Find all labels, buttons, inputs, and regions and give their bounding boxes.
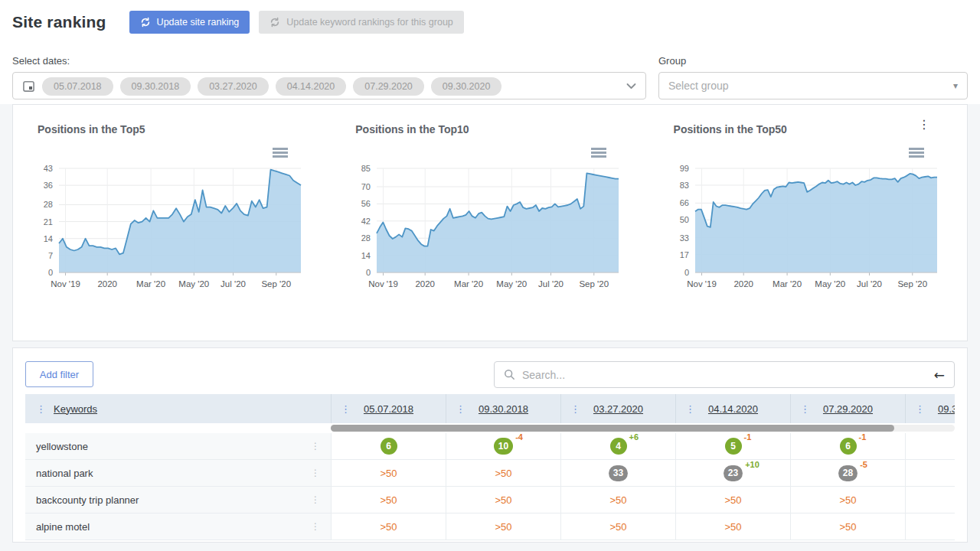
rank-change: +6	[629, 432, 639, 442]
column-label[interactable]: Keywords	[54, 403, 97, 415]
column-menu-icon[interactable]: ⋮	[570, 404, 580, 414]
svg-text:14: 14	[44, 233, 53, 243]
select-dates-label: Select dates:	[12, 55, 646, 67]
chart-plot: 0142842567085Nov '192020Mar '20May '20Ju…	[341, 161, 636, 297]
svg-text:28: 28	[361, 233, 371, 243]
rank-value: 23	[724, 465, 743, 481]
column-menu-icon[interactable]: ⋮	[685, 404, 695, 414]
rank-cell	[905, 487, 955, 513]
keywords-table: ⋮Keywords⋮05.07.2018⋮09.30.2018⋮03.27.20…	[25, 394, 955, 540]
svg-text:May '20: May '20	[815, 279, 845, 289]
rank-badge: 10-4	[494, 438, 513, 455]
rank-cell: >50	[675, 487, 790, 513]
rank-value: 10	[494, 438, 513, 455]
column-menu-icon[interactable]: ⋮	[341, 404, 351, 414]
rank-cell: >50	[331, 460, 446, 486]
horizontal-scrollbar	[25, 423, 955, 433]
row-menu-icon[interactable]: ⋮	[311, 521, 320, 532]
dates-select-input[interactable]: 05.07.201809.30.201803.27.202004.14.2020…	[12, 72, 646, 99]
column-label[interactable]: 07.29.2020	[823, 403, 873, 415]
column-menu-icon[interactable]: ⋮	[36, 404, 46, 414]
table-row: backcounty trip planner⋮>50>50>50>50>50	[25, 487, 955, 514]
add-filter-button[interactable]: Add filter	[25, 361, 93, 387]
rank-badge: 28-5	[838, 465, 858, 481]
rank-change: -5	[860, 460, 867, 469]
column-header-date: ⋮05.07.2018	[331, 394, 446, 423]
chart-export-menu-icon[interactable]	[273, 148, 288, 158]
column-menu-icon[interactable]: ⋮	[456, 404, 466, 414]
svg-text:Nov '19: Nov '19	[687, 279, 717, 289]
rank-badge: 6-1	[840, 438, 857, 455]
rank-badge: 33	[609, 465, 628, 481]
column-label[interactable]: 03.27.2020	[593, 403, 643, 415]
update-keyword-rankings-button: Update keyword rankings for this group	[259, 11, 463, 34]
chart-export-menu-icon[interactable]	[909, 148, 924, 158]
column-label[interactable]: 04.14.2020	[708, 403, 758, 415]
dropdown-arrow-icon: ▾	[953, 80, 958, 91]
svg-text:14: 14	[361, 250, 371, 259]
svg-text:Sep '20: Sep '20	[897, 279, 927, 289]
svg-text:70: 70	[361, 182, 371, 191]
search-input[interactable]	[522, 369, 927, 381]
rank-badge: 23+10	[724, 465, 743, 481]
update-site-ranking-button[interactable]: Update site ranking	[129, 11, 250, 34]
rank-badge: 4+6	[610, 438, 627, 455]
column-menu-icon[interactable]: ⋮	[800, 404, 810, 414]
row-menu-icon[interactable]: ⋮	[311, 468, 320, 478]
rank-change: -1	[859, 432, 867, 442]
svg-text:85: 85	[361, 164, 371, 173]
chart-title: Positions in the Top10	[341, 123, 648, 135]
rank-over-50: >50	[839, 521, 856, 533]
date-chip[interactable]: 05.07.2018	[42, 77, 113, 96]
rank-value: 6	[381, 438, 397, 455]
table-row: alpine motel⋮>50>50>50>50>50	[25, 514, 955, 540]
column-header-date: ⋮03.27.2020	[560, 394, 675, 423]
column-menu-icon[interactable]: ⋮	[915, 404, 925, 414]
rank-value: 5	[725, 438, 742, 455]
rank-over-50: >50	[380, 521, 397, 533]
date-chip[interactable]: 04.14.2020	[276, 77, 347, 96]
rank-over-50: >50	[839, 494, 856, 506]
column-label[interactable]: 09.30.2018	[479, 403, 528, 415]
rank-cell: >50	[560, 487, 675, 513]
date-chip[interactable]: 03.27.2020	[198, 77, 269, 96]
rank-badge: 5-1	[725, 438, 742, 455]
date-chip[interactable]: 09.30.2018	[120, 77, 191, 96]
rank-cell	[905, 460, 955, 486]
svg-text:Nov '19: Nov '19	[51, 279, 80, 289]
enter-arrow-icon[interactable]: ←	[934, 367, 945, 383]
group-select[interactable]: Select group ▾	[658, 72, 968, 99]
rank-over-50: >50	[495, 521, 511, 533]
column-header-date: ⋮04.14.2020	[675, 394, 790, 423]
row-menu-icon[interactable]: ⋮	[311, 441, 320, 452]
rank-change: +10	[745, 460, 760, 469]
svg-text:2020: 2020	[97, 279, 117, 289]
svg-text:17: 17	[679, 249, 688, 259]
rank-cell	[905, 514, 955, 540]
rank-over-50: >50	[609, 521, 626, 533]
svg-text:Sep '20: Sep '20	[580, 279, 609, 289]
rank-cell: 5-1	[675, 433, 790, 459]
svg-text:42: 42	[361, 216, 371, 225]
rank-cell: 6-1	[790, 433, 905, 459]
column-label[interactable]: 09.30.2020	[938, 403, 955, 415]
rank-cell: >50	[560, 514, 675, 540]
chevron-down-icon[interactable]	[626, 83, 636, 90]
keywords-table-panel: Add filter ← ⋮Keywords⋮05.07.2018⋮09.30.…	[12, 347, 968, 543]
rank-cell: >50	[675, 514, 790, 540]
rank-badge: 6	[381, 438, 397, 455]
keyword-text: backcounty trip planner	[36, 494, 139, 506]
charts-menu-icon[interactable]: ⋮	[918, 119, 930, 131]
date-chip[interactable]: 09.30.2020	[431, 77, 502, 96]
date-chip[interactable]: 07.29.2020	[353, 77, 424, 96]
chart-export-menu-icon[interactable]	[591, 148, 606, 158]
column-header-date: ⋮09.30.2020	[905, 394, 955, 423]
row-menu-icon[interactable]: ⋮	[311, 494, 320, 505]
column-label[interactable]: 05.07.2018	[364, 403, 413, 415]
page-title: Site ranking	[12, 13, 106, 31]
rank-cell: >50	[790, 487, 905, 513]
scrollbar-thumb[interactable]	[331, 425, 894, 432]
svg-text:Jul '20: Jul '20	[857, 279, 882, 289]
chart-plot: 0173350668399Nov '192020Mar '20May '20Ju…	[660, 161, 955, 297]
dates-field: Select dates: 05.07.201809.30.201803.27.…	[12, 55, 646, 99]
